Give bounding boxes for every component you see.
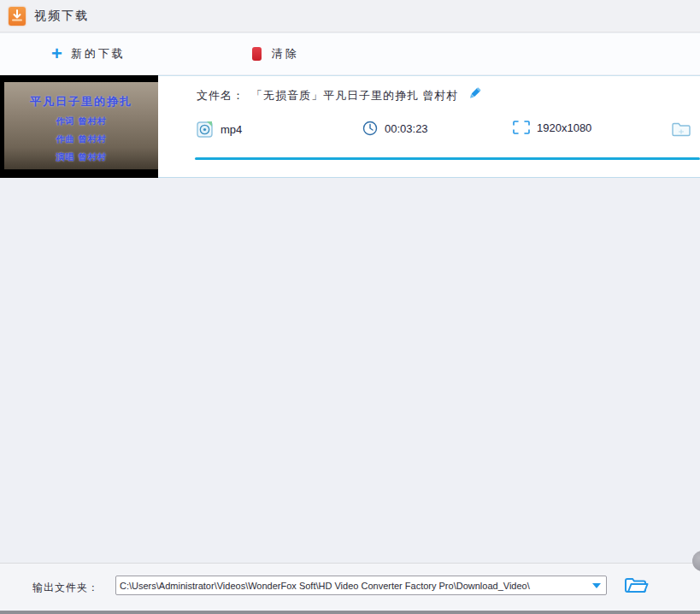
open-file-location-button[interactable] bbox=[671, 121, 691, 141]
video-thumbnail: 平凡日子里的挣扎 作词 曾村村 作曲 曾村村 演唱 曾村村 bbox=[0, 75, 158, 178]
duration-value: 00:03:23 bbox=[385, 122, 428, 135]
download-list-area bbox=[0, 179, 700, 563]
folder-icon bbox=[671, 121, 691, 138]
metadata-row: mp4 00:03:23 1920x1080 bbox=[197, 121, 692, 139]
title-bar: 视频下载 bbox=[0, 0, 700, 32]
format-value: mp4 bbox=[221, 123, 242, 136]
filename-value: 「无损音质」平凡日子里的挣扎 曾村村 bbox=[251, 88, 459, 103]
video-download-window: 视频下载 + 新的下载 清除 平凡日子里的挣扎 作词 曾村村 作曲 曾村村 演唱… bbox=[0, 0, 700, 614]
clock-icon bbox=[362, 121, 378, 136]
resolution-icon bbox=[513, 121, 530, 134]
video-format-icon bbox=[197, 121, 214, 138]
thumbnail-credit-line: 作词 曾村村 bbox=[4, 115, 158, 127]
pencil-icon bbox=[466, 85, 483, 102]
thumbnail-credit-line: 作曲 曾村村 bbox=[4, 133, 158, 145]
thumbnail-overlay-text: 平凡日子里的挣扎 作词 曾村村 作曲 曾村村 演唱 曾村村 bbox=[4, 94, 158, 163]
resolution-value: 1920x1080 bbox=[537, 121, 591, 134]
download-app-icon bbox=[9, 7, 26, 26]
output-path-dropdown-arrow-icon[interactable] bbox=[587, 577, 606, 593]
output-path-input[interactable] bbox=[116, 577, 587, 593]
thumbnail-credit-line: 演唱 曾村村 bbox=[4, 151, 158, 163]
window-bottom-edge bbox=[0, 611, 700, 614]
output-folder-bar: 输出文件夹： bbox=[0, 563, 700, 611]
download-item-card: 文件名： 「无损音质」平凡日子里的挣扎 曾村村 bbox=[158, 75, 700, 178]
new-download-label: 新的下载 bbox=[71, 46, 126, 62]
output-path-combobox[interactable] bbox=[115, 576, 607, 595]
toolbar: + 新的下载 清除 bbox=[0, 33, 700, 74]
edit-filename-button[interactable] bbox=[466, 85, 483, 105]
plus-icon: + bbox=[51, 45, 62, 62]
open-folder-icon bbox=[623, 576, 649, 594]
new-download-button[interactable]: + 新的下载 bbox=[51, 41, 126, 67]
clear-button[interactable]: 清除 bbox=[252, 41, 299, 67]
resolution-group: 1920x1080 bbox=[513, 121, 591, 134]
clear-label: 清除 bbox=[272, 46, 299, 62]
thumbnail-title: 平凡日子里的挣扎 bbox=[4, 94, 158, 109]
thumbnail-frame: 平凡日子里的挣扎 作词 曾村村 作曲 曾村村 演唱 曾村村 bbox=[4, 82, 158, 169]
browse-output-folder-button[interactable] bbox=[623, 576, 649, 598]
page-title: 视频下载 bbox=[34, 9, 89, 24]
trash-icon bbox=[252, 47, 262, 61]
download-item-row[interactable]: 平凡日子里的挣扎 作词 曾村村 作曲 曾村村 演唱 曾村村 文件名： 「无损音质… bbox=[0, 75, 700, 178]
format-group: mp4 bbox=[197, 121, 242, 138]
duration-group: 00:03:23 bbox=[362, 121, 428, 136]
download-progress-bar bbox=[195, 157, 700, 160]
filename-label: 文件名： bbox=[197, 88, 244, 103]
output-folder-label: 输出文件夹： bbox=[32, 581, 99, 595]
filename-row: 文件名： 「无损音质」平凡日子里的挣扎 曾村村 bbox=[197, 88, 459, 103]
